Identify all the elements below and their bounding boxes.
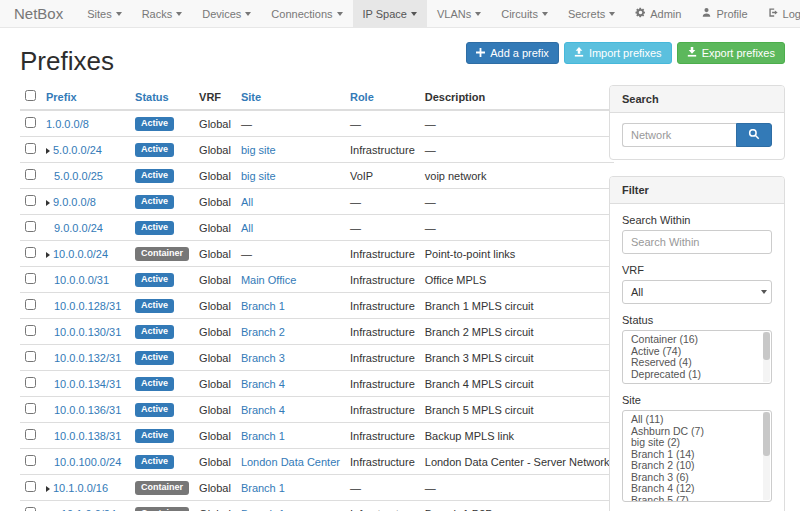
prefix-link[interactable]: 10.0.0.0/24 bbox=[53, 248, 108, 260]
row-checkbox[interactable] bbox=[25, 377, 36, 388]
site-link[interactable]: Main Office bbox=[241, 274, 296, 286]
prefix-link[interactable]: 5.0.0.0/25 bbox=[54, 170, 103, 182]
nav-item-admin[interactable]: Admin bbox=[625, 0, 691, 27]
listbox-option[interactable]: Container (16) bbox=[623, 334, 771, 346]
prefix-link[interactable]: 10.1.0.0/16 bbox=[53, 482, 108, 494]
search-submit-button[interactable] bbox=[736, 123, 772, 147]
netbox-brand[interactable]: NetBox bbox=[0, 0, 77, 27]
row-checkbox[interactable] bbox=[25, 247, 36, 258]
role-cell: Infrastructure bbox=[345, 241, 420, 267]
listbox-option[interactable]: Deprecated (1) bbox=[623, 369, 771, 381]
main-area: Prefix Status VRF Site Role Description … bbox=[20, 85, 785, 511]
import-prefixes-button[interactable]: Import prefixes bbox=[564, 42, 672, 64]
row-checkbox[interactable] bbox=[25, 455, 36, 466]
prefix-link[interactable]: 10.0.0.130/31 bbox=[54, 326, 121, 338]
row-checkbox[interactable] bbox=[25, 299, 36, 310]
nav-item-sites[interactable]: Sites bbox=[77, 0, 131, 27]
nav-item-circuits[interactable]: Circuits bbox=[491, 0, 558, 27]
site-listbox-scrollbar[interactable] bbox=[763, 412, 770, 500]
search-within-input[interactable] bbox=[622, 230, 772, 254]
site-link[interactable]: Branch 2 bbox=[241, 326, 285, 338]
listbox-option[interactable]: All (11) bbox=[623, 414, 771, 426]
description-cell: — bbox=[420, 189, 615, 215]
vrf-select[interactable]: All bbox=[622, 280, 772, 304]
prefix-link[interactable]: 10.0.100.0/24 bbox=[54, 456, 121, 468]
sort-prefix-link[interactable]: Prefix bbox=[46, 91, 77, 103]
vrf-cell: Global bbox=[194, 241, 236, 267]
table-row: 10.0.0.138/31ActiveGlobalBranch 1Infrast… bbox=[20, 423, 614, 449]
row-checkbox[interactable] bbox=[25, 221, 36, 232]
nav-item-racks[interactable]: Racks bbox=[132, 0, 193, 27]
prefix-link[interactable]: 9.0.0.0/8 bbox=[53, 196, 96, 208]
vrf-cell: Global bbox=[194, 267, 236, 293]
row-checkbox[interactable] bbox=[25, 273, 36, 284]
listbox-option[interactable]: big site (2) bbox=[623, 437, 771, 449]
vrf-cell: Global bbox=[194, 293, 236, 319]
gear-icon bbox=[635, 7, 646, 20]
site-link[interactable]: All bbox=[241, 196, 253, 208]
prefix-link[interactable]: 5.0.0.0/24 bbox=[53, 144, 102, 156]
select-all-checkbox[interactable] bbox=[25, 90, 36, 101]
nav-item-logout[interactable]: Log out bbox=[758, 0, 800, 27]
site-link[interactable]: Branch 1 bbox=[241, 430, 285, 442]
row-checkbox[interactable] bbox=[25, 351, 36, 362]
scrollbar-thumb[interactable] bbox=[763, 412, 770, 456]
scrollbar-thumb[interactable] bbox=[763, 332, 770, 360]
prefix-link[interactable]: 10.1.0.0/24 bbox=[61, 508, 116, 511]
row-checkbox[interactable] bbox=[25, 325, 36, 336]
prefix-link[interactable]: 10.0.0.128/31 bbox=[54, 300, 121, 312]
row-checkbox[interactable] bbox=[25, 195, 36, 206]
site-link[interactable]: big site bbox=[241, 170, 276, 182]
site-link[interactable]: Branch 1 bbox=[241, 482, 285, 494]
listbox-option[interactable]: Branch 2 (10) bbox=[623, 460, 771, 472]
prefix-link[interactable]: 10.0.0.132/31 bbox=[54, 352, 121, 364]
export-prefixes-label: Export prefixes bbox=[702, 47, 775, 59]
listbox-option[interactable]: Branch 4 (12) bbox=[623, 483, 771, 495]
prefix-link[interactable]: 9.0.0.0/24 bbox=[54, 222, 103, 234]
nav-item-secrets[interactable]: Secrets bbox=[558, 0, 625, 27]
status-listbox[interactable]: Container (16)Active (74)Reserved (4)Dep… bbox=[622, 330, 772, 384]
site-link[interactable]: Branch 3 bbox=[241, 352, 285, 364]
prefix-link[interactable]: 1.0.0.0/8 bbox=[46, 118, 89, 130]
search-input[interactable] bbox=[622, 123, 736, 147]
site-link[interactable]: big site bbox=[241, 144, 276, 156]
add-prefix-button[interactable]: Add a prefix bbox=[466, 42, 559, 64]
row-checkbox[interactable] bbox=[25, 169, 36, 180]
site-link[interactable]: Branch 1 bbox=[241, 508, 285, 511]
row-checkbox[interactable] bbox=[25, 481, 36, 492]
site-cell: Branch 1 bbox=[236, 423, 345, 449]
prefix-link[interactable]: 10.0.0.136/31 bbox=[54, 404, 121, 416]
site-link[interactable]: All bbox=[241, 222, 253, 234]
nav-item-profile[interactable]: Profile bbox=[691, 0, 757, 27]
description-cell: London Data Center - Server Network bbox=[420, 449, 615, 475]
sort-status-link[interactable]: Status bbox=[135, 91, 169, 103]
site-link[interactable]: Branch 4 bbox=[241, 378, 285, 390]
status-listbox-scrollbar[interactable] bbox=[763, 332, 770, 382]
row-checkbox[interactable] bbox=[25, 117, 36, 128]
row-checkbox[interactable] bbox=[25, 143, 36, 154]
row-checkbox[interactable] bbox=[25, 507, 36, 511]
nav-item-vlans[interactable]: VLANs bbox=[427, 0, 491, 27]
site-link[interactable]: London Data Center bbox=[241, 456, 340, 468]
site-cell: — bbox=[236, 110, 345, 137]
description-cell: Branch 4 MPLS circuit bbox=[420, 371, 615, 397]
listbox-site-options: All (11)Ashburn DC (7)big site (2)Branch… bbox=[623, 414, 771, 502]
nav-item-devices[interactable]: Devices bbox=[192, 0, 261, 27]
prefix-link[interactable]: 10.0.0.0/31 bbox=[54, 274, 109, 286]
listbox-option[interactable]: Reserved (4) bbox=[623, 357, 771, 369]
site-link[interactable]: Branch 1 bbox=[241, 300, 285, 312]
row-checkbox[interactable] bbox=[25, 403, 36, 414]
nav-item-connections[interactable]: Connections bbox=[261, 0, 352, 27]
listbox-option[interactable]: Branch 5 (7) bbox=[623, 495, 771, 503]
sort-site-link[interactable]: Site bbox=[241, 91, 261, 103]
row-checkbox[interactable] bbox=[25, 429, 36, 440]
prefix-link[interactable]: 10.0.0.138/31 bbox=[54, 430, 121, 442]
sort-role-link[interactable]: Role bbox=[350, 91, 374, 103]
import-prefixes-label: Import prefixes bbox=[589, 47, 662, 59]
vrf-cell: Global bbox=[194, 423, 236, 449]
nav-item-ip-space[interactable]: IP Space bbox=[353, 0, 427, 27]
prefix-link[interactable]: 10.0.0.134/31 bbox=[54, 378, 121, 390]
export-prefixes-button[interactable]: Export prefixes bbox=[677, 42, 785, 64]
site-link[interactable]: Branch 4 bbox=[241, 404, 285, 416]
site-listbox[interactable]: All (11)Ashburn DC (7)big site (2)Branch… bbox=[622, 410, 772, 502]
